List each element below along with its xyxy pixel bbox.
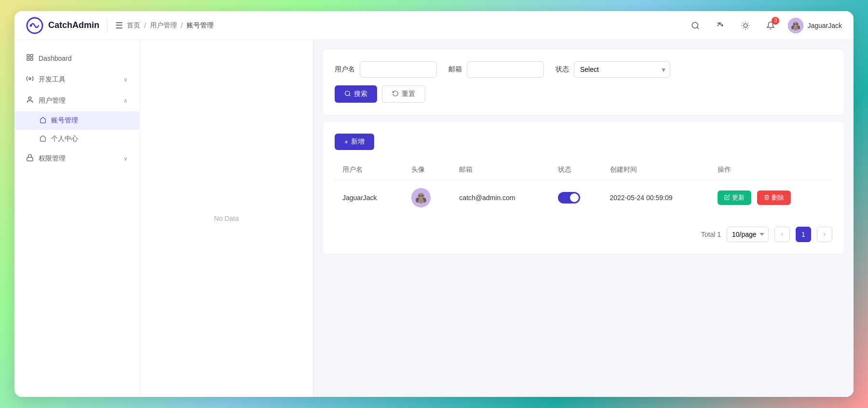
breadcrumb-usermgmt[interactable]: 用户管理 (150, 21, 177, 30)
reset-button[interactable]: 重置 (382, 85, 425, 103)
page-size-select[interactable]: 10/page 20/page 50/page (727, 227, 769, 242)
sidebar-item-dashboard[interactable]: Dashboard (14, 48, 139, 69)
search-button[interactable]: 搜索 (335, 85, 377, 103)
prev-page-btn[interactable] (774, 227, 790, 242)
search-button-label: 搜索 (354, 90, 367, 98)
svg-rect-12 (30, 54, 33, 57)
user-avatar-cell (411, 188, 431, 207)
devtools-icon (26, 75, 34, 84)
svg-point-15 (29, 78, 31, 80)
breadcrumb-home[interactable]: 首页 (127, 21, 140, 30)
logo-icon (26, 17, 43, 34)
user-area[interactable]: JaguarJack (788, 18, 842, 33)
username-field: 用户名 (335, 61, 437, 78)
table-header-row: 用户名 头像 邮箱 状态 创建时间 操作 (335, 160, 832, 180)
cell-email: catch@admin.com (451, 180, 550, 216)
svg-rect-13 (30, 58, 33, 60)
email-field: 邮箱 (448, 61, 544, 78)
next-page-btn[interactable] (817, 227, 832, 242)
sidebar-item-account[interactable]: 账号管理 (14, 111, 139, 130)
permissions-icon (26, 154, 34, 163)
username-input[interactable] (360, 61, 437, 78)
delete-icon (764, 194, 770, 202)
page-size-wrapper: 10/page 20/page 50/page (727, 227, 769, 242)
profile-icon (40, 135, 46, 143)
sidebar-label-usermgmt: 用户管理 (39, 96, 66, 105)
col-username: 用户名 (335, 160, 404, 180)
sidebar-label-dashboard: Dashboard (39, 54, 72, 62)
email-input[interactable] (467, 61, 544, 78)
sidebar-item-permissions[interactable]: 权限管理 ∨ (14, 148, 139, 169)
username-label: 用户名 (335, 65, 355, 74)
status-select[interactable]: Select 启用 禁用 (574, 61, 670, 78)
svg-point-3 (744, 24, 748, 27)
status-select-wrapper: Select 启用 禁用 (574, 61, 670, 78)
delete-button-label: 删除 (772, 193, 784, 202)
search-btn[interactable] (688, 18, 703, 33)
user-name: JaguarJack (807, 22, 842, 29)
table-head: 用户名 头像 邮箱 状态 创建时间 操作 (335, 160, 832, 180)
header-divider (107, 18, 108, 33)
page-1-btn[interactable]: 1 (796, 227, 811, 242)
svg-point-23 (418, 199, 424, 204)
sidebar-label-devtools: 开发工具 (39, 75, 66, 84)
svg-rect-17 (27, 157, 33, 161)
delete-button[interactable]: 删除 (757, 190, 791, 205)
update-button-label: 更新 (732, 193, 745, 202)
body: Dashboard 开发工具 ∨ 用户管理 ∧ (14, 40, 854, 397)
pagination-total: Total 1 (701, 231, 721, 238)
col-email: 邮箱 (451, 160, 550, 180)
breadcrumb: ☰ 首页 / 用户管理 / 账号管理 (115, 20, 214, 31)
table-body: JaguarJack (335, 180, 832, 216)
search-card: 用户名 邮箱 状态 Select 启用 (323, 50, 844, 114)
table-toolbar: + 新增 (335, 134, 832, 150)
table-card: + 新增 用户名 头像 邮箱 状态 创建时间 操作 (323, 122, 844, 254)
user-avatar (788, 18, 803, 33)
sidebar-item-devtools[interactable]: 开发工具 ∨ (14, 69, 139, 90)
status-field: 状态 Select 启用 禁用 (556, 61, 670, 78)
search-bar: 用户名 邮箱 状态 Select 启用 (335, 61, 832, 78)
sidebar-label-permissions: 权限管理 (39, 154, 66, 163)
usermgmt-icon (26, 96, 34, 106)
add-button[interactable]: + 新增 (335, 134, 374, 150)
reset-icon (392, 90, 399, 98)
svg-point-1 (30, 24, 32, 27)
sidebar-label-account: 账号管理 (51, 116, 78, 125)
svg-rect-14 (27, 58, 29, 60)
usermgmt-arrow: ∧ (123, 97, 128, 104)
notification-badge: 3 (772, 17, 779, 25)
theme-btn[interactable] (738, 18, 753, 33)
svg-point-10 (797, 23, 798, 25)
breadcrumb-current: 账号管理 (187, 21, 214, 30)
svg-point-8 (793, 27, 798, 30)
app-name: CatchAdmin (48, 20, 99, 30)
left-panel: No Data (140, 40, 313, 397)
col-created-at: 创建时间 (602, 160, 710, 180)
notification-btn[interactable]: 3 (763, 18, 778, 33)
update-icon (724, 194, 730, 202)
data-table: 用户名 头像 邮箱 状态 创建时间 操作 JaguarJack (335, 160, 832, 215)
update-button[interactable]: 更新 (718, 190, 751, 205)
svg-point-25 (421, 195, 423, 197)
no-data-label: No Data (214, 215, 239, 222)
permissions-arrow: ∨ (123, 155, 128, 162)
cell-actions: 更新 删除 (710, 180, 832, 216)
sidebar-item-profile[interactable]: 个人中心 (14, 130, 139, 148)
search-buttons: 搜索 重置 (335, 85, 832, 103)
dashboard-icon (26, 54, 34, 63)
svg-point-9 (794, 23, 795, 25)
status-toggle[interactable] (558, 192, 580, 204)
add-button-label: 新增 (351, 137, 365, 146)
cell-avatar (404, 180, 451, 216)
cell-created-at: 2022-05-24 00:59:09 (602, 180, 710, 216)
col-actions: 操作 (710, 160, 832, 180)
pagination: Total 1 10/page 20/page 50/page 1 (335, 227, 832, 242)
breadcrumb-sep1: / (144, 22, 146, 29)
svg-point-18 (345, 91, 350, 95)
hamburger-icon[interactable]: ☰ (115, 20, 123, 31)
sidebar-item-usermgmt[interactable]: 用户管理 ∧ (14, 90, 139, 111)
translate-btn[interactable] (713, 18, 728, 33)
logo-area: CatchAdmin (26, 17, 99, 34)
header-right: 3 JaguarJack (688, 18, 842, 33)
header: CatchAdmin ☰ 首页 / 用户管理 / 账号管理 (14, 11, 854, 40)
